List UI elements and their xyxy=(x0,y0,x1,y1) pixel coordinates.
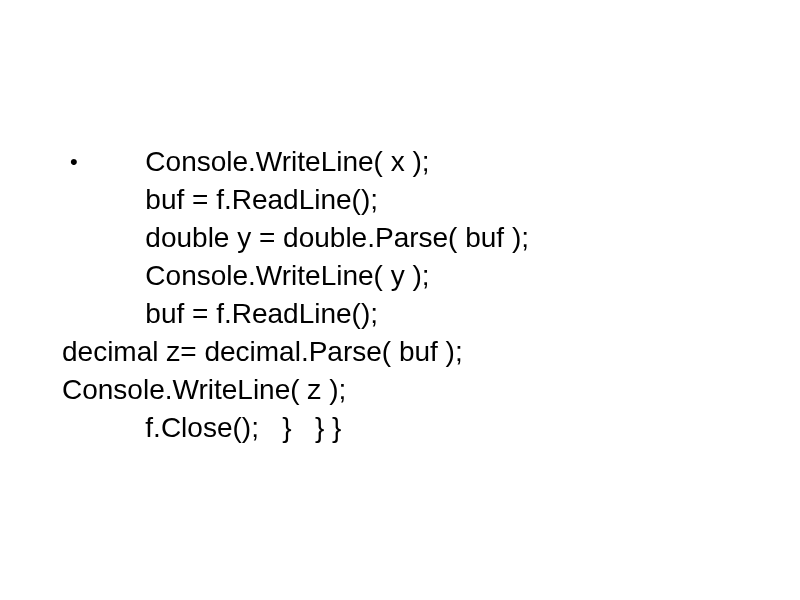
code-line-1: Console.WriteLine( x ); xyxy=(122,143,529,181)
code-line-5: buf = f.ReadLine(); xyxy=(122,295,529,333)
slide-content: • Console.WriteLine( x ); buf = f.ReadLi… xyxy=(60,143,529,447)
bullet-marker: • xyxy=(60,143,122,181)
code-line-2: buf = f.ReadLine(); xyxy=(122,181,529,219)
code-line-8: f.Close(); } } } xyxy=(122,409,529,447)
code-block: Console.WriteLine( x ); buf = f.ReadLine… xyxy=(122,143,529,447)
code-line-4: Console.WriteLine( y ); xyxy=(122,257,529,295)
bullet-item: • Console.WriteLine( x ); buf = f.ReadLi… xyxy=(60,143,529,447)
code-line-6: decimal z= decimal.Parse( buf ); xyxy=(62,333,529,371)
code-line-3: double y = double.Parse( buf ); xyxy=(122,219,529,257)
code-line-7: Console.WriteLine( z ); xyxy=(62,371,529,409)
